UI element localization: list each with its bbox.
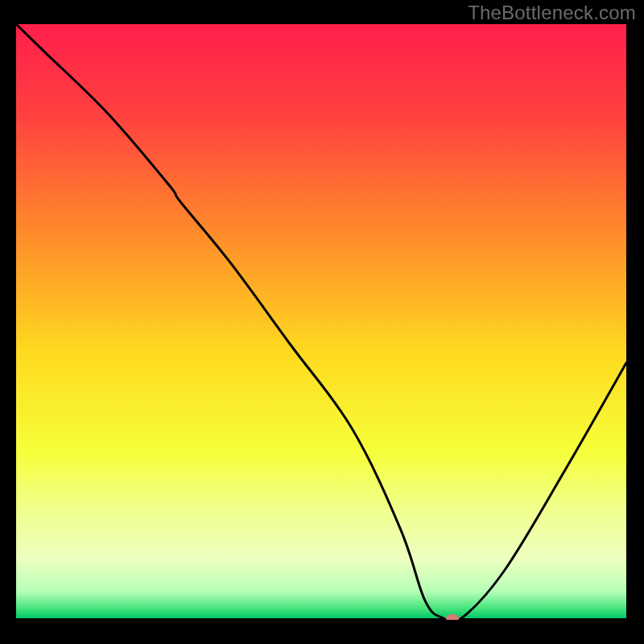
- app-frame: TheBottleneck.com: [0, 0, 644, 644]
- chart-container: [16, 24, 628, 620]
- bottleneck-chart: [16, 24, 628, 620]
- watermark-label: TheBottleneck.com: [468, 2, 636, 24]
